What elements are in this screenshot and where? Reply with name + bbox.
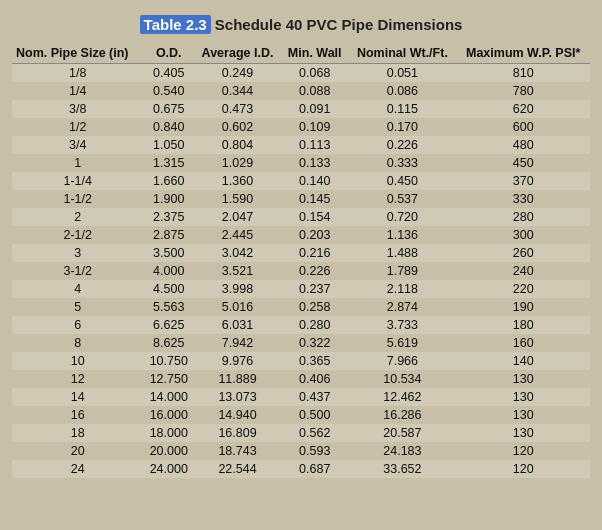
cell-7-1: 1.900 xyxy=(144,190,194,208)
cell-22-3: 0.687 xyxy=(281,460,348,478)
cell-14-4: 3.733 xyxy=(348,316,456,334)
cell-19-1: 16.000 xyxy=(144,406,194,424)
cell-17-2: 11.889 xyxy=(194,370,281,388)
cell-7-2: 1.590 xyxy=(194,190,281,208)
cell-12-4: 2.118 xyxy=(348,280,456,298)
cell-21-3: 0.593 xyxy=(281,442,348,460)
cell-10-0: 3 xyxy=(12,244,144,262)
cell-7-0: 1-1/2 xyxy=(12,190,144,208)
cell-3-2: 0.602 xyxy=(194,118,281,136)
cell-7-3: 0.145 xyxy=(281,190,348,208)
cell-15-0: 8 xyxy=(12,334,144,352)
cell-14-1: 6.625 xyxy=(144,316,194,334)
cell-9-4: 1.136 xyxy=(348,226,456,244)
table-row: 2020.00018.7430.59324.183120 xyxy=(12,442,590,460)
cell-2-0: 3/8 xyxy=(12,100,144,118)
table-row: 11.3151.0290.1330.333450 xyxy=(12,154,590,172)
cell-3-1: 0.840 xyxy=(144,118,194,136)
header-min-wall: Min. Wall xyxy=(281,43,348,64)
cell-13-3: 0.258 xyxy=(281,298,348,316)
cell-20-2: 16.809 xyxy=(194,424,281,442)
cell-17-3: 0.406 xyxy=(281,370,348,388)
cell-0-0: 1/8 xyxy=(12,64,144,83)
cell-1-1: 0.540 xyxy=(144,82,194,100)
table-row: 88.6257.9420.3225.619160 xyxy=(12,334,590,352)
cell-0-5: 810 xyxy=(456,64,590,83)
cell-6-4: 0.450 xyxy=(348,172,456,190)
cell-15-1: 8.625 xyxy=(144,334,194,352)
cell-19-3: 0.500 xyxy=(281,406,348,424)
table-row: 1/20.8400.6020.1090.170600 xyxy=(12,118,590,136)
cell-16-0: 10 xyxy=(12,352,144,370)
cell-3-5: 600 xyxy=(456,118,590,136)
cell-15-5: 160 xyxy=(456,334,590,352)
cell-18-1: 14.000 xyxy=(144,388,194,406)
table-row: 22.3752.0470.1540.720280 xyxy=(12,208,590,226)
cell-4-4: 0.226 xyxy=(348,136,456,154)
table-row: 1/40.5400.3440.0880.086780 xyxy=(12,82,590,100)
cell-19-0: 16 xyxy=(12,406,144,424)
cell-7-5: 330 xyxy=(456,190,590,208)
cell-2-3: 0.091 xyxy=(281,100,348,118)
cell-4-0: 3/4 xyxy=(12,136,144,154)
cell-14-3: 0.280 xyxy=(281,316,348,334)
cell-9-1: 2.875 xyxy=(144,226,194,244)
cell-16-4: 7.966 xyxy=(348,352,456,370)
table-row: 1212.75011.8890.40610.534130 xyxy=(12,370,590,388)
cell-8-3: 0.154 xyxy=(281,208,348,226)
table-row: 1-1/41.6601.3600.1400.450370 xyxy=(12,172,590,190)
cell-6-2: 1.360 xyxy=(194,172,281,190)
table-row: 2424.00022.5440.68733.652120 xyxy=(12,460,590,478)
cell-5-0: 1 xyxy=(12,154,144,172)
cell-3-3: 0.109 xyxy=(281,118,348,136)
cell-1-3: 0.088 xyxy=(281,82,348,100)
cell-20-1: 18.000 xyxy=(144,424,194,442)
cell-14-0: 6 xyxy=(12,316,144,334)
cell-13-1: 5.563 xyxy=(144,298,194,316)
cell-2-4: 0.115 xyxy=(348,100,456,118)
page-title: Table 2.3 Schedule 40 PVC Pipe Dimension… xyxy=(12,16,590,33)
cell-22-5: 120 xyxy=(456,460,590,478)
cell-5-2: 1.029 xyxy=(194,154,281,172)
cell-18-0: 14 xyxy=(12,388,144,406)
cell-11-1: 4.000 xyxy=(144,262,194,280)
table-header-row: Nom. Pipe Size (in) O.D. Average I.D. Mi… xyxy=(12,43,590,64)
cell-14-5: 180 xyxy=(456,316,590,334)
cell-4-3: 0.113 xyxy=(281,136,348,154)
cell-5-3: 0.133 xyxy=(281,154,348,172)
cell-11-4: 1.789 xyxy=(348,262,456,280)
cell-15-2: 7.942 xyxy=(194,334,281,352)
cell-21-2: 18.743 xyxy=(194,442,281,460)
cell-22-2: 22.544 xyxy=(194,460,281,478)
cell-11-0: 3-1/2 xyxy=(12,262,144,280)
cell-8-2: 2.047 xyxy=(194,208,281,226)
table-label-badge: Table 2.3 xyxy=(140,15,211,34)
header-avg-id: Average I.D. xyxy=(194,43,281,64)
cell-4-5: 480 xyxy=(456,136,590,154)
cell-22-1: 24.000 xyxy=(144,460,194,478)
cell-12-0: 4 xyxy=(12,280,144,298)
cell-1-2: 0.344 xyxy=(194,82,281,100)
table-row: 1010.7509.9760.3657.966140 xyxy=(12,352,590,370)
cell-9-2: 2.445 xyxy=(194,226,281,244)
table-row: 1414.00013.0730.43712.462130 xyxy=(12,388,590,406)
cell-10-1: 3.500 xyxy=(144,244,194,262)
table-row: 33.5003.0420.2161.488260 xyxy=(12,244,590,262)
table-row: 1-1/21.9001.5900.1450.537330 xyxy=(12,190,590,208)
cell-18-3: 0.437 xyxy=(281,388,348,406)
cell-20-0: 18 xyxy=(12,424,144,442)
header-od: O.D. xyxy=(144,43,194,64)
cell-13-2: 5.016 xyxy=(194,298,281,316)
cell-8-5: 280 xyxy=(456,208,590,226)
table-row: 1616.00014.9400.50016.286130 xyxy=(12,406,590,424)
cell-12-3: 0.237 xyxy=(281,280,348,298)
cell-21-5: 120 xyxy=(456,442,590,460)
cell-22-0: 24 xyxy=(12,460,144,478)
cell-21-1: 20.000 xyxy=(144,442,194,460)
cell-10-5: 260 xyxy=(456,244,590,262)
cell-15-4: 5.619 xyxy=(348,334,456,352)
cell-9-3: 0.203 xyxy=(281,226,348,244)
cell-17-4: 10.534 xyxy=(348,370,456,388)
cell-16-3: 0.365 xyxy=(281,352,348,370)
cell-0-1: 0.405 xyxy=(144,64,194,83)
